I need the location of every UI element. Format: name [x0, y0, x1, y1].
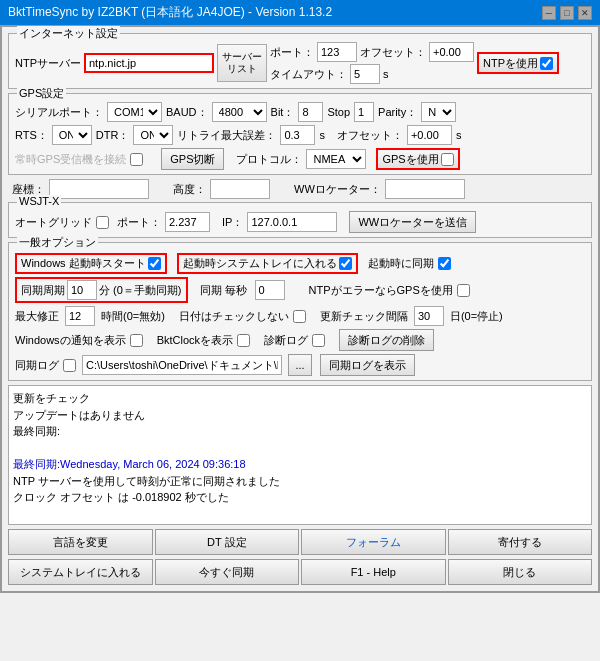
- retry-input[interactable]: [280, 125, 315, 145]
- diag-log-delete-label: 診断ログの削除: [348, 334, 425, 346]
- sync-log-browse-btn[interactable]: ...: [288, 354, 312, 376]
- ntp-server-input[interactable]: [84, 53, 214, 73]
- help-btn[interactable]: F1 - Help: [301, 559, 446, 585]
- dtr-select[interactable]: ON: [133, 125, 173, 145]
- diag-log-checkbox[interactable]: [312, 334, 325, 347]
- stop-input[interactable]: [354, 102, 374, 122]
- rts-select[interactable]: ON: [52, 125, 92, 145]
- update-interval-input[interactable]: [414, 306, 444, 326]
- gps-cut-label: GPS切断: [170, 153, 215, 165]
- gps-use-checkbox[interactable]: [441, 153, 454, 166]
- ntp-use-btn[interactable]: NTPを使用: [477, 52, 559, 74]
- send-ww-label: WWロケーターを送信: [358, 216, 467, 228]
- gps-offset-input[interactable]: [407, 125, 452, 145]
- sync-each-input[interactable]: [255, 280, 285, 300]
- gps-use-btn[interactable]: GPSを使用: [376, 148, 459, 170]
- sync-period-group[interactable]: 同期周期 分 (0＝手動同期): [15, 277, 188, 303]
- sync-log-label: 同期ログ: [15, 358, 59, 373]
- sys-tray-label: 起動時システムトレイに入れる: [183, 256, 337, 271]
- log-line-2: アップデートはありません: [13, 407, 587, 424]
- wsjtx-port-input[interactable]: [165, 212, 210, 232]
- gps-use-label: GPSを使用: [382, 152, 438, 167]
- diag-log-delete-btn[interactable]: 診断ログの削除: [339, 329, 434, 351]
- sync-period-input[interactable]: [67, 280, 97, 300]
- wwlocator-input[interactable]: [385, 179, 465, 199]
- close-main-btn[interactable]: 閉じる: [448, 559, 593, 585]
- ntp-use-checkbox[interactable]: [540, 57, 553, 70]
- title-bar-buttons: ─ □ ✕: [542, 6, 592, 20]
- offset-label: オフセット：: [360, 45, 426, 60]
- parity-select[interactable]: N: [421, 102, 456, 122]
- log-line-4: [13, 440, 587, 457]
- general-row2: 同期周期 分 (0＝手動同期) 同期 毎秒 NTPがエラーならGPSを使用: [15, 277, 585, 303]
- maximize-btn[interactable]: □: [560, 6, 574, 20]
- log-line-1: 更新をチェック: [13, 390, 587, 407]
- autogrid-label: オートグリッド: [15, 215, 92, 230]
- offset-input[interactable]: [429, 42, 474, 62]
- date-check-checkbox[interactable]: [293, 310, 306, 323]
- coord-input[interactable]: [49, 179, 149, 199]
- win-notify-checkbox[interactable]: [130, 334, 143, 347]
- rts-label: RTS：: [15, 128, 48, 143]
- sync-period-unit: 分 (0＝手動同期): [99, 283, 182, 298]
- altitude-input[interactable]: [210, 179, 270, 199]
- gps-row1: シリアルポート： COM1 BAUD： 4800 Bit： Stop Parit…: [15, 102, 585, 122]
- gps-row2: RTS： ON DTR： ON リトライ最大誤差： s オフセット： s: [15, 125, 585, 145]
- donate-btn[interactable]: 寄付する: [448, 529, 593, 555]
- general-row1: Windows 起動時スタート 起動時システムトレイに入れる 起動時に同期: [15, 253, 585, 274]
- max-corr-label: 最大修正: [15, 309, 59, 324]
- internet-settings-group: インターネット設定 NTPサーバー サーバーリスト ポート： オフセット： タイ…: [8, 33, 592, 89]
- dt-btn[interactable]: DT 設定: [155, 529, 300, 555]
- wsjtx-ip-input[interactable]: [247, 212, 337, 232]
- close-btn-title[interactable]: ✕: [578, 6, 592, 20]
- sync-now-btn[interactable]: 今すぐ同期: [155, 559, 300, 585]
- lang-btn[interactable]: 言語を変更: [8, 529, 153, 555]
- general-row4: Windowsの通知を表示 BktClockを表示 診断ログ 診断ログの削除: [15, 329, 585, 351]
- bit-label: Bit：: [271, 105, 295, 120]
- server-list-btn[interactable]: サーバーリスト: [217, 44, 267, 82]
- send-ww-btn[interactable]: WWロケーターを送信: [349, 211, 476, 233]
- autogrid-checkbox[interactable]: [96, 216, 109, 229]
- bottom-buttons-row2: システムトレイに入れる 今すぐ同期 F1 - Help 閉じる: [8, 559, 592, 585]
- dtr-label: DTR：: [96, 128, 130, 143]
- win-start-checkbox[interactable]: [148, 257, 161, 270]
- forum-btn[interactable]: フォーラム: [301, 529, 446, 555]
- port-input[interactable]: [317, 42, 357, 62]
- win-start-label: Windows 起動時スタート: [21, 256, 146, 271]
- ntp-fallback-checkbox[interactable]: [457, 284, 470, 297]
- ntp-server-label: NTPサーバー: [15, 56, 81, 71]
- minimize-btn[interactable]: ─: [542, 6, 556, 20]
- sync-log-path-input[interactable]: [82, 355, 282, 375]
- always-connect-label: 常時GPS受信機を接続: [15, 152, 126, 167]
- log-line-6: NTP サーバーを使用して時刻が正常に同期されました: [13, 473, 587, 490]
- sync-each-label: 同期 毎秒: [200, 283, 247, 298]
- sys-tray-group[interactable]: 起動時システムトレイに入れる: [177, 253, 358, 274]
- bit-input[interactable]: [298, 102, 323, 122]
- sync-log-view-btn[interactable]: 同期ログを表示: [320, 354, 415, 376]
- ntp-use-label: NTPを使用: [483, 56, 538, 71]
- sync-log-checkbox[interactable]: [63, 359, 76, 372]
- win-start-group[interactable]: Windows 起動時スタート: [15, 253, 167, 274]
- log-line-7: クロック オフセット は -0.018902 秒でした: [13, 489, 587, 506]
- gps-cut-btn[interactable]: GPS切断: [161, 148, 224, 170]
- sys-tray-checkbox[interactable]: [339, 257, 352, 270]
- always-connect-checkbox[interactable]: [130, 153, 143, 166]
- wsjtx-ip-label: IP：: [222, 215, 243, 230]
- start-sync-checkbox[interactable]: [438, 257, 451, 270]
- systray-btn[interactable]: システムトレイに入れる: [8, 559, 153, 585]
- timeout-input[interactable]: [350, 64, 380, 84]
- serial-port-select[interactable]: COM1: [107, 102, 162, 122]
- port-row: ポート： オフセット：: [270, 42, 474, 62]
- altitude-label: 高度：: [173, 182, 206, 197]
- serial-port-label: シリアルポート：: [15, 105, 103, 120]
- retry-label: リトライ最大誤差：: [177, 128, 276, 143]
- update-interval-unit: 日(0=停止): [450, 309, 503, 324]
- bkt-clock-checkbox[interactable]: [237, 334, 250, 347]
- baud-select[interactable]: 4800: [212, 102, 267, 122]
- protocol-select[interactable]: NMEA: [306, 149, 366, 169]
- log-area: 更新をチェック アップデートはありません 最終同期: 最終同期:Wednesda…: [8, 385, 592, 525]
- sync-log-browse-label: ...: [295, 359, 304, 371]
- log-line-3: 最終同期:: [13, 423, 587, 440]
- gps-offset-unit: s: [456, 129, 462, 141]
- max-corr-input[interactable]: [65, 306, 95, 326]
